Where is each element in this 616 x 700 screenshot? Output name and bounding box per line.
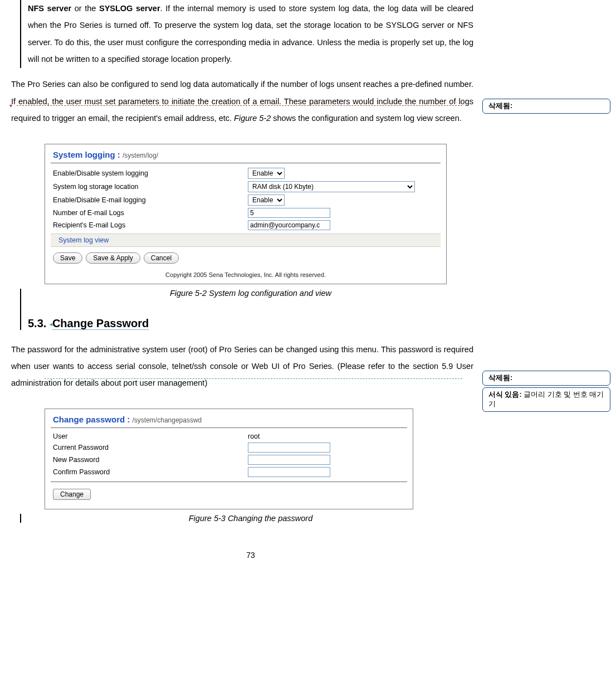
bold-syslog: SYSLOG server — [99, 4, 160, 13]
select-storage[interactable]: RAM disk (10 Kbyte) — [248, 181, 415, 192]
balloon-label: 서식 있음: — [488, 391, 522, 398]
change-button[interactable]: Change — [53, 489, 91, 500]
label-enable-email: Enable/Disable E-mail logging — [53, 196, 248, 204]
bold-nfs: NFS server — [28, 4, 71, 13]
label-user: User — [53, 432, 248, 440]
page-number: 73 — [28, 551, 473, 560]
panel-title: Change password : — [53, 415, 133, 424]
panel-path: /system/changepasswd — [133, 416, 202, 424]
label-confirm-password: Confirm Password — [53, 468, 248, 476]
revision-caret-icon: ▾ — [9, 103, 12, 109]
label-storage: System log storage location — [53, 183, 248, 191]
comment-balloon-deleted-1: 삭제됨: — [482, 99, 610, 114]
figure-5-3-caption: Figure 5-3 Changing the password — [28, 514, 473, 523]
figure-ref: Figure 5-2 — [234, 114, 271, 123]
paragraph-1: NFS server or the SYSLOG server. If the … — [28, 0, 473, 68]
input-confirm-password[interactable] — [248, 467, 330, 477]
comment-balloon-deleted-2: 삭제됨: — [482, 371, 610, 386]
figure-5-3-image: Change password : /system/changepasswd U… — [45, 409, 413, 509]
value-user: root — [248, 432, 260, 440]
label-enable-syslog: Enable/Disable system logging — [53, 169, 248, 177]
label-num-logs: Number of E-mail Logs — [53, 209, 248, 217]
balloon-label: 삭제됨: — [488, 374, 512, 382]
save-button[interactable]: Save — [53, 252, 82, 264]
panel-title: System logging : — [53, 150, 123, 159]
select-enable-syslog[interactable]: Enable — [248, 168, 285, 179]
paragraph-3: The password for the administrative syst… — [11, 341, 473, 392]
figure-5-2-caption: Figure 5-2 System log configuration and … — [28, 289, 473, 298]
cancel-button[interactable]: Cancel — [144, 252, 179, 264]
copyright-text: Copyright 2005 Sena Technologies, Inc. A… — [45, 271, 446, 278]
save-apply-button[interactable]: Save & Apply — [86, 252, 140, 264]
input-new-password[interactable] — [248, 455, 330, 465]
label-new-password: New Password — [53, 456, 248, 464]
label-recipient: Recipient's E-mail Logs — [53, 221, 248, 229]
input-num-logs[interactable] — [248, 208, 330, 218]
paragraph-2: The Pro Series can also be configured to… — [11, 76, 473, 127]
revision-caret-icon: ◂ — [50, 321, 52, 327]
input-recipient[interactable] — [248, 220, 330, 230]
comment-balloon-format: 서식 있음: 글머리 기호 및 번호 매기기 — [482, 387, 610, 412]
balloon-label: 삭제됨: — [488, 102, 512, 110]
figure-5-2-image: System logging : /system/log/ Enable/Dis… — [45, 144, 447, 284]
heading-5-3: 5.3. ◂Change Password — [28, 317, 473, 330]
select-enable-email[interactable]: Enable — [248, 195, 285, 206]
input-current-password[interactable] — [248, 443, 330, 453]
label-current-password: Current Password — [53, 444, 248, 451]
panel-path: /system/log/ — [123, 152, 158, 159]
subheading-syslog-view[interactable]: System log view — [51, 234, 441, 247]
